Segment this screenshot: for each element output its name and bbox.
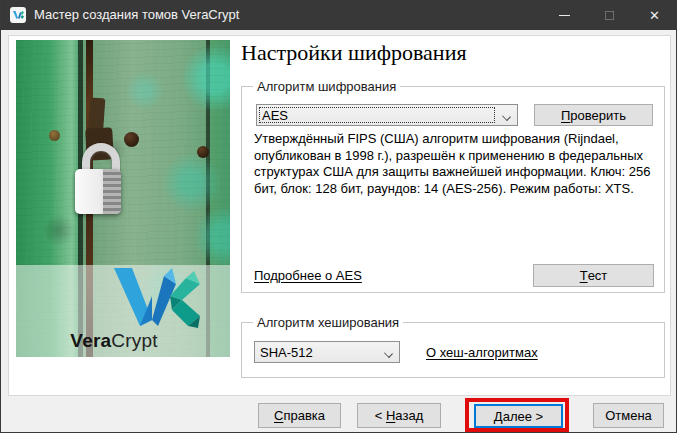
- veracrypt-app-icon: [10, 7, 26, 23]
- close-button[interactable]: ✕: [632, 0, 677, 30]
- focus-rectangle: [259, 107, 495, 123]
- encryption-group-label: Алгоритм шифрования: [253, 79, 400, 94]
- minimize-icon: [559, 15, 570, 16]
- back-button[interactable]: < Назад: [357, 403, 441, 428]
- hash-group-label: Алгоритм хеширования: [253, 315, 403, 330]
- verify-button[interactable]: Проверить: [534, 104, 653, 126]
- padlock-body-groove: [103, 169, 121, 214]
- more-info-about-aes-link[interactable]: Подробнее о AES: [254, 268, 362, 283]
- veracrypt-logo-text: VeraCrypt: [16, 330, 212, 352]
- chevron-down-icon: [503, 113, 511, 121]
- hash-info-link[interactable]: О хеш-алгоритмах: [426, 345, 538, 360]
- veracrypt-logo-icon: [112, 268, 206, 332]
- page-title: Настройки шифрования: [241, 40, 467, 66]
- window-title: Мастер создания томов VeraCrypt: [34, 7, 239, 22]
- hash-algorithm-dropdown[interactable]: SHA-512: [254, 341, 400, 363]
- titlebar[interactable]: Мастер создания томов VeraCrypt ✕: [0, 0, 677, 30]
- next-button[interactable]: Далее >: [474, 404, 563, 428]
- benchmark-test-button[interactable]: Тест: [533, 264, 654, 287]
- encryption-algorithm-dropdown[interactable]: AES: [256, 104, 518, 126]
- veracrypt-banner-image: VeraCrypt: [16, 40, 230, 357]
- bolt: [197, 146, 209, 158]
- veracrypt-wizard-window: Мастер создания томов VeraCrypt ✕: [0, 0, 677, 433]
- selected-hash-algorithm: SHA-512: [260, 345, 313, 360]
- cancel-button[interactable]: Отмена: [593, 403, 664, 428]
- help-button[interactable]: Справка: [258, 403, 341, 428]
- close-icon: ✕: [649, 9, 660, 22]
- minimize-button[interactable]: [542, 0, 587, 30]
- bolt: [124, 132, 139, 147]
- chevron-down-icon: [385, 350, 393, 358]
- maximize-icon: [605, 11, 614, 20]
- algorithm-description: Утверждённый FIPS (США) алгоритм шифрова…: [254, 131, 660, 197]
- maximize-button: [587, 0, 632, 30]
- bolt: [49, 130, 60, 141]
